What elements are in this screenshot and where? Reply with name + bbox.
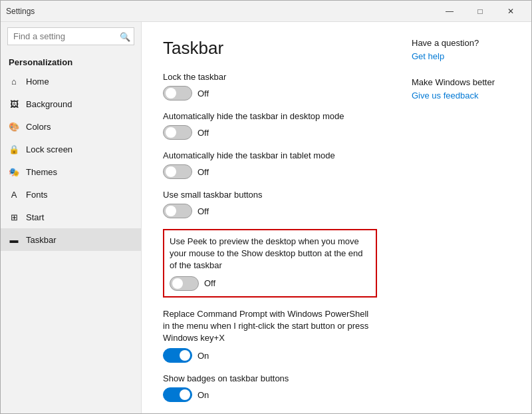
setting-label-small-buttons: Use small taskbar buttons [163,190,377,200]
get-help-link[interactable]: Get help [412,51,444,61]
toggle-track-auto-hide-tablet [163,164,192,179]
sidebar-item-label-themes: Themes [26,167,57,177]
setting-auto-hide-desktop: Automatically hide the taskbar in deskto… [163,111,377,140]
setting-label-badges: Show badges on taskbar buttons [163,373,377,383]
fonts-icon: A [9,189,19,200]
right-panel-section-feedback: Make Windows better Give us feedback [412,77,518,101]
sidebar-item-taskbar[interactable]: ▬ Taskbar [1,228,141,251]
right-panel: Have a question? Get help Make Windows b… [398,22,531,413]
dropdown-location-wrapper: Taskbar location on screen Bottom ⌄ [163,413,377,413]
toggle-text-powershell: On [198,351,209,361]
sidebar-item-home[interactable]: ⌂ Home [1,70,141,93]
image-icon: 🖼 [9,99,19,109]
toggle-small-buttons[interactable] [163,204,192,218]
title-bar: Settings — □ ✕ [1,1,531,22]
toggle-auto-hide-tablet[interactable] [163,164,192,179]
window-title: Settings [6,7,35,16]
setting-peek-highlighted: Use Peek to preview the desktop when you… [163,229,377,298]
toggle-thumb-peek [172,278,183,289]
colors-icon: 🎨 [9,121,19,132]
toggle-text-auto-hide-desktop: Off [198,128,209,138]
search-input[interactable] [7,27,134,45]
toggle-auto-hide-desktop[interactable] [163,125,192,140]
toggle-thumb-auto-hide-tablet [166,166,176,177]
sidebar-item-label-lockscreen: Lock screen [26,144,72,154]
sidebar-item-lockscreen[interactable]: 🔒 Lock screen [1,138,141,160]
search-box: 🔍 [7,27,134,45]
sidebar-item-label-home: Home [26,77,49,87]
toggle-row-small-buttons: Off [163,204,377,218]
lock-icon: 🔒 [9,144,19,154]
toggle-thumb-powershell [180,350,190,361]
toggle-track-auto-hide-desktop [163,125,192,140]
setting-label-powershell: Replace Command Prompt with Windows Powe… [163,308,369,345]
setting-lock-taskbar: Lock the taskbar Off [163,72,377,101]
toggle-lock-taskbar[interactable] [163,86,192,101]
search-icon: 🔍 [120,31,130,41]
sidebar-item-label-start: Start [26,212,44,222]
sidebar: 🔍 Personalization ⌂ Home 🖼 Background 🎨 … [1,22,142,413]
right-panel-heading-help: Have a question? [412,38,518,48]
sidebar-item-label-fonts: Fonts [26,190,48,200]
sidebar-item-fonts[interactable]: A Fonts [1,183,141,206]
setting-label-auto-hide-tablet: Automatically hide the taskbar in tablet… [163,150,377,160]
sidebar-item-label-taskbar: Taskbar [26,235,57,245]
taskbar-icon: ▬ [9,234,19,245]
toggle-track-peek [170,276,199,291]
toggle-text-lock-taskbar: Off [198,89,209,99]
toggle-track-powershell [163,348,192,363]
toggle-track-lock-taskbar [163,86,192,101]
sidebar-item-label-colors: Colors [26,122,51,132]
toggle-track-small-buttons [163,204,192,218]
close-button[interactable]: ✕ [495,1,526,22]
toggle-row-powershell: On [163,348,377,363]
toggle-row-badges: On [163,387,377,402]
window-controls: — □ ✕ [434,1,526,22]
setting-powershell: Replace Command Prompt with Windows Powe… [163,308,377,363]
setting-badges: Show badges on taskbar buttons On [163,373,377,402]
setting-label-auto-hide-desktop: Automatically hide the taskbar in deskto… [163,111,377,121]
right-panel-section-help: Have a question? Get help [412,38,518,61]
sidebar-item-label-background: Background [26,99,72,109]
setting-label-peek: Use Peek to preview the desktop when you… [170,236,370,272]
settings-window: Settings — □ ✕ 🔍 Personalization ⌂ Home … [0,0,532,414]
sidebar-item-start[interactable]: ⊞ Start [1,206,141,228]
main-content: Taskbar Lock the taskbar Off Automatical… [142,22,398,413]
right-panel-heading-feedback: Make Windows better [412,77,518,87]
toggle-badges[interactable] [163,387,192,402]
toggle-track-badges [163,387,192,402]
page-title: Taskbar [163,38,377,59]
toggle-row-peek: Off [170,276,370,291]
toggle-thumb-small-buttons [166,206,176,216]
toggle-peek[interactable] [170,276,199,291]
sidebar-section-title: Personalization [1,51,141,70]
sidebar-item-background[interactable]: 🖼 Background [1,93,141,115]
toggle-row-lock-taskbar: Off [163,86,377,101]
maximize-button[interactable]: □ [465,1,495,22]
toggle-row-auto-hide-desktop: Off [163,125,377,140]
toggle-powershell[interactable] [163,348,192,363]
dropdown-label-location: Taskbar location on screen [163,413,377,413]
setting-auto-hide-tablet: Automatically hide the taskbar in tablet… [163,150,377,179]
toggle-thumb-badges [180,389,190,400]
start-icon: ⊞ [9,212,19,222]
minimize-button[interactable]: — [434,1,465,22]
toggle-text-badges: On [198,390,209,400]
toggle-text-auto-hide-tablet: Off [198,167,209,177]
sidebar-item-themes[interactable]: 🎭 Themes [1,160,141,183]
home-icon: ⌂ [9,76,19,87]
toggle-thumb-lock-taskbar [166,88,176,99]
toggle-row-auto-hide-tablet: Off [163,164,377,179]
feedback-link[interactable]: Give us feedback [412,91,478,101]
setting-small-buttons: Use small taskbar buttons Off [163,190,377,218]
themes-icon: 🎭 [9,166,19,177]
toggle-text-small-buttons: Off [198,206,209,216]
window-content: 🔍 Personalization ⌂ Home 🖼 Background 🎨 … [1,22,531,413]
toggle-text-peek: Off [204,278,215,288]
setting-label-lock-taskbar: Lock the taskbar [163,72,377,82]
sidebar-item-colors[interactable]: 🎨 Colors [1,115,141,138]
toggle-thumb-auto-hide-desktop [166,127,176,138]
